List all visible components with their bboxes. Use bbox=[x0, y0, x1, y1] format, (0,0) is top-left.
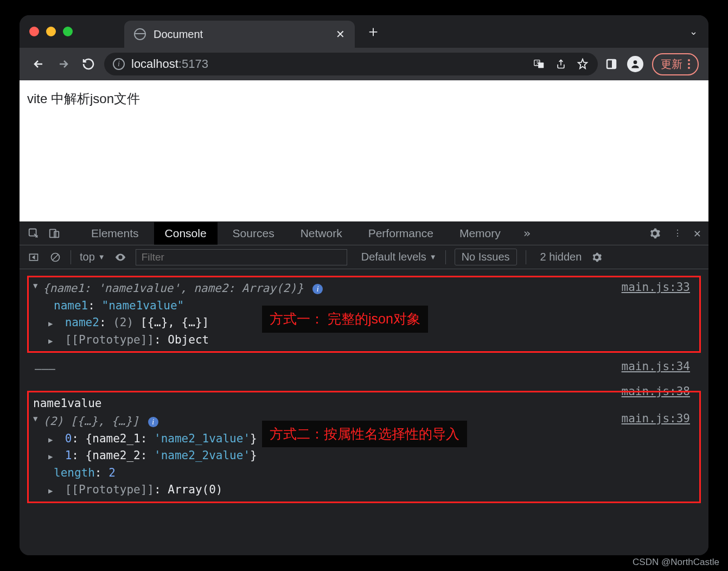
annotation-label-1: 方式一： 完整的json对象 bbox=[262, 306, 428, 333]
console-settings-gear-icon[interactable] bbox=[590, 251, 603, 264]
watermark: CSDN @NorthCastle bbox=[633, 557, 719, 568]
kebab-menu-icon[interactable]: ⋮ bbox=[671, 227, 684, 240]
tabs-overflow-button[interactable]: » bbox=[516, 226, 538, 240]
devtools-panel: Elements Console Sources Network Perform… bbox=[20, 221, 708, 555]
log-value: name1value bbox=[33, 395, 695, 414]
devtools-tab-strip: Elements Console Sources Network Perform… bbox=[20, 221, 708, 245]
info-icon[interactable]: i bbox=[148, 417, 158, 427]
page-viewport: vite 中解析json文件 bbox=[20, 80, 708, 221]
url-text: localhost:5173 bbox=[131, 57, 208, 71]
translate-icon[interactable]: 文 bbox=[533, 58, 546, 71]
browser-window: Document ✕ ＋ ⌄ i localhost:5173 文 bbox=[20, 15, 708, 555]
tab-title: Document bbox=[154, 28, 328, 41]
clear-console-icon[interactable] bbox=[49, 251, 62, 264]
hidden-count: 2 hidden bbox=[540, 251, 582, 263]
annotation-box-2: 方式二：按属性名选择性的导入 name1value (2) [{…}, {…}]… bbox=[27, 391, 701, 503]
expand-toggle[interactable] bbox=[48, 451, 56, 462]
expand-toggle[interactable] bbox=[33, 280, 41, 291]
log-levels-selector[interactable]: Default levels▼ bbox=[361, 251, 437, 263]
source-link[interactable]: main.js:34 bbox=[622, 358, 690, 376]
address-bar[interactable]: i localhost:5173 文 bbox=[104, 53, 598, 75]
annotation-box-1: 方式一： 完整的json对象 {name1: 'name1value', nam… bbox=[27, 276, 701, 353]
console-toolbar: top▼ Default levels▼ No Issues 2 hidden bbox=[20, 245, 708, 269]
close-window-button[interactable] bbox=[29, 27, 39, 36]
log-separator: ——— bbox=[27, 360, 701, 378]
context-selector[interactable]: top▼ bbox=[80, 251, 105, 263]
kebab-menu-icon bbox=[688, 59, 690, 69]
inspect-element-icon[interactable] bbox=[27, 227, 40, 240]
expand-toggle[interactable] bbox=[48, 485, 56, 497]
tab-strip: Document ✕ ＋ ⌄ bbox=[20, 15, 708, 48]
forward-button[interactable] bbox=[54, 55, 73, 73]
window-menu-chevron-icon[interactable]: ⌄ bbox=[689, 26, 698, 37]
bookmark-star-icon[interactable] bbox=[576, 58, 589, 71]
expand-toggle[interactable] bbox=[33, 413, 41, 424]
update-label: 更新 bbox=[661, 57, 682, 72]
close-tab-button[interactable]: ✕ bbox=[336, 28, 345, 41]
browser-tab[interactable]: Document ✕ bbox=[124, 21, 355, 48]
tab-console[interactable]: Console bbox=[154, 222, 218, 245]
console-output: main.js:33 方式一： 完整的json对象 {name1: 'name1… bbox=[20, 269, 708, 555]
globe-icon bbox=[134, 28, 146, 40]
site-info-icon[interactable]: i bbox=[113, 58, 125, 70]
new-tab-button[interactable]: ＋ bbox=[366, 21, 381, 42]
expand-toggle[interactable] bbox=[48, 318, 56, 329]
tab-sources[interactable]: Sources bbox=[222, 222, 285, 245]
tab-elements[interactable]: Elements bbox=[80, 222, 150, 245]
minimize-window-button[interactable] bbox=[46, 27, 56, 36]
settings-gear-icon[interactable] bbox=[648, 227, 661, 240]
browser-toolbar: i localhost:5173 文 bbox=[20, 48, 708, 80]
back-button[interactable] bbox=[29, 55, 48, 73]
toggle-sidebar-icon[interactable] bbox=[27, 251, 40, 264]
svg-point-5 bbox=[634, 60, 637, 64]
tab-network[interactable]: Network bbox=[290, 222, 353, 245]
info-icon[interactable]: i bbox=[312, 284, 323, 294]
expand-toggle[interactable] bbox=[48, 434, 56, 446]
live-expression-eye-icon[interactable] bbox=[114, 251, 127, 264]
update-button[interactable]: 更新 bbox=[652, 53, 699, 75]
svg-rect-7 bbox=[50, 229, 56, 237]
share-icon[interactable] bbox=[554, 58, 567, 71]
filter-input[interactable] bbox=[136, 249, 347, 265]
tab-performance[interactable]: Performance bbox=[357, 222, 444, 245]
extensions-icon[interactable] bbox=[604, 57, 618, 71]
traffic-lights bbox=[29, 27, 73, 36]
issues-button[interactable]: No Issues bbox=[455, 249, 517, 265]
device-toolbar-icon[interactable] bbox=[48, 227, 61, 240]
expand-toggle[interactable] bbox=[48, 335, 56, 347]
annotation-label-2: 方式二：按属性名选择性的导入 bbox=[262, 421, 467, 448]
svg-text:文: 文 bbox=[536, 60, 540, 65]
maximize-window-button[interactable] bbox=[63, 27, 73, 36]
tab-memory[interactable]: Memory bbox=[449, 222, 512, 245]
svg-rect-8 bbox=[54, 231, 59, 237]
profile-avatar[interactable] bbox=[627, 56, 643, 72]
svg-rect-4 bbox=[612, 60, 616, 68]
page-heading: vite 中解析json文件 bbox=[27, 90, 701, 107]
reload-button[interactable] bbox=[79, 55, 98, 73]
close-devtools-button[interactable]: ✕ bbox=[694, 226, 701, 240]
